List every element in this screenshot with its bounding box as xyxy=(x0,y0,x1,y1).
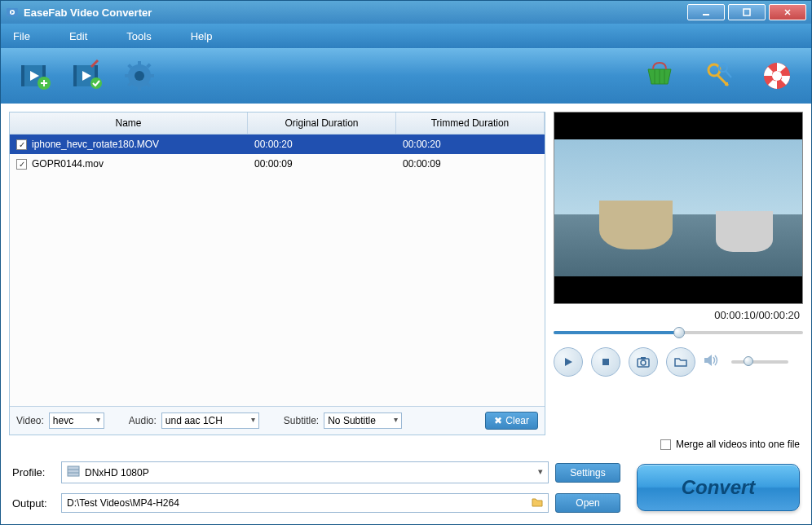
svg-rect-47 xyxy=(68,466,79,476)
svg-point-44 xyxy=(641,360,646,365)
audio-stream-select[interactable]: und aac 1CH xyxy=(161,412,259,429)
merge-row: Merge all videos into one file xyxy=(1,435,811,455)
time-display: 00:00:10/00:00:20 xyxy=(554,304,803,324)
svg-rect-24 xyxy=(138,86,141,90)
menu-edit[interactable]: Edit xyxy=(69,30,87,42)
svg-rect-4 xyxy=(744,9,750,15)
player-controls xyxy=(554,347,803,377)
svg-rect-23 xyxy=(138,61,141,66)
window-controls xyxy=(687,4,806,20)
trimmed-duration: 00:00:09 xyxy=(396,154,545,174)
menu-file[interactable]: File xyxy=(13,30,30,42)
svg-rect-16 xyxy=(73,65,77,86)
profile-select[interactable]: DNxHD 1080P xyxy=(61,461,549,483)
audio-label: Audio: xyxy=(129,415,157,426)
app-icon xyxy=(6,6,19,19)
menu-tools[interactable]: Tools xyxy=(126,30,151,42)
svg-point-22 xyxy=(135,71,144,81)
output-label: Output: xyxy=(12,497,55,510)
svg-point-19 xyxy=(90,77,102,89)
snapshot-button[interactable] xyxy=(629,347,658,377)
main-area: Name Original Duration Trimmed Duration … xyxy=(1,104,811,435)
trimmed-duration: 00:00:20 xyxy=(396,135,545,154)
file-list-panel: Name Original Duration Trimmed Duration … xyxy=(9,112,545,435)
open-button[interactable]: Open xyxy=(555,493,620,513)
menu-help[interactable]: Help xyxy=(191,30,213,42)
svg-marker-41 xyxy=(565,358,572,366)
toolbar xyxy=(1,48,811,104)
video-label: Video: xyxy=(16,415,44,426)
preview-image xyxy=(554,139,802,276)
svg-rect-45 xyxy=(641,357,646,360)
help-button[interactable] xyxy=(759,58,795,94)
svg-rect-8 xyxy=(21,65,24,86)
svg-point-34 xyxy=(708,64,720,76)
merge-checkbox[interactable] xyxy=(660,439,671,450)
bottom-area: Profile: DNxHD 1080P Settings Output: D:… xyxy=(1,455,811,524)
table-row[interactable]: ✓ iphone_hevc_rotate180.MOV 00:00:20 00:… xyxy=(10,135,545,154)
stop-button[interactable] xyxy=(591,347,620,377)
row-checkbox[interactable]: ✓ xyxy=(16,139,27,150)
clear-icon: ✖ xyxy=(494,415,502,426)
svg-rect-36 xyxy=(725,82,728,86)
register-button[interactable] xyxy=(700,58,736,94)
original-duration: 00:00:20 xyxy=(248,135,396,154)
svg-point-40 xyxy=(772,71,782,81)
browse-folder-icon[interactable] xyxy=(532,497,543,510)
app-window: EaseFab Video Converter File Edit Tools … xyxy=(0,0,812,525)
subtitle-label: Subtitle: xyxy=(284,415,319,426)
table-body: ✓ iphone_hevc_rotate180.MOV 00:00:20 00:… xyxy=(10,135,545,406)
svg-rect-26 xyxy=(149,74,154,77)
settings-gear-button[interactable] xyxy=(121,58,157,94)
svg-marker-46 xyxy=(704,355,712,366)
subtitle-select[interactable]: No Subtitle xyxy=(324,412,402,429)
output-path-field[interactable]: D:\Test Videos\MP4-H264 xyxy=(61,493,549,513)
original-duration: 00:00:09 xyxy=(248,154,396,174)
file-name: iphone_hevc_rotate180.MOV xyxy=(32,139,159,150)
merge-label: Merge all videos into one file xyxy=(676,439,800,450)
convert-button[interactable]: Convert xyxy=(637,464,800,511)
clear-button[interactable]: ✖ Clear xyxy=(485,412,538,430)
minimize-button[interactable] xyxy=(687,4,725,20)
seek-thumb[interactable] xyxy=(673,327,685,338)
close-button[interactable] xyxy=(769,4,806,20)
settings-button[interactable]: Settings xyxy=(555,463,620,483)
file-table: Name Original Duration Trimmed Duration … xyxy=(10,112,545,406)
column-original-duration[interactable]: Original Duration xyxy=(248,112,396,135)
video-stream-select[interactable]: hevc xyxy=(49,412,104,429)
add-video-button[interactable] xyxy=(17,58,53,94)
volume-icon[interactable] xyxy=(704,353,723,371)
profile-format-icon xyxy=(67,465,80,479)
column-name[interactable]: Name xyxy=(10,112,248,135)
column-trimmed-duration[interactable]: Trimmed Duration xyxy=(396,112,545,135)
svg-line-38 xyxy=(726,71,731,77)
row-checkbox[interactable]: ✓ xyxy=(16,159,27,170)
play-button[interactable] xyxy=(554,347,583,377)
volume-thumb[interactable] xyxy=(744,356,753,366)
window-title: EaseFab Video Converter xyxy=(24,7,687,19)
seek-slider[interactable] xyxy=(554,326,803,339)
stream-bar: Video: hevc Audio: und aac 1CH Subtitle:… xyxy=(10,406,545,435)
open-folder-button[interactable] xyxy=(666,347,695,377)
menubar: File Edit Tools Help xyxy=(1,24,811,48)
edit-video-button[interactable] xyxy=(69,58,105,94)
file-name: GOPR0144.mov xyxy=(32,158,104,170)
svg-rect-25 xyxy=(125,74,130,77)
titlebar: EaseFab Video Converter xyxy=(1,1,811,24)
preview-viewport[interactable] xyxy=(554,112,803,304)
svg-rect-42 xyxy=(602,359,609,365)
purchase-button[interactable] xyxy=(642,58,677,94)
maximize-button[interactable] xyxy=(728,4,766,20)
profile-label: Profile: xyxy=(12,466,55,479)
preview-panel: 00:00:10/00:00:20 xyxy=(554,112,803,435)
table-header: Name Original Duration Trimmed Duration xyxy=(10,112,545,135)
volume-slider[interactable] xyxy=(731,360,788,364)
svg-rect-3 xyxy=(703,14,709,15)
table-row[interactable]: ✓ GOPR0144.mov 00:00:09 00:00:09 xyxy=(10,154,545,174)
